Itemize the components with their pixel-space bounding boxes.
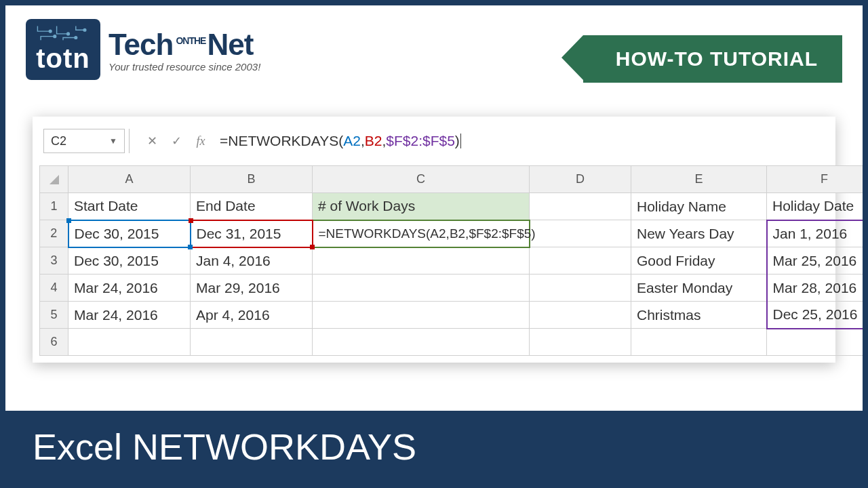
- cell-c5[interactable]: [313, 302, 530, 329]
- cell-a5[interactable]: Mar 24, 2016: [68, 302, 191, 329]
- cell-d6[interactable]: [530, 329, 631, 356]
- ribbon-label: HOW-TO TUTORIAL: [583, 35, 842, 83]
- cancel-icon[interactable]: ✕: [140, 129, 164, 153]
- cell-f5[interactable]: Dec 25, 2016: [767, 302, 869, 329]
- cell-f4[interactable]: Mar 28, 2016: [767, 274, 869, 302]
- grid[interactable]: A B C D E F 1 Start Date End Date # of W…: [39, 165, 868, 356]
- formula-prefix: =NETWORKDAYS(: [220, 133, 343, 149]
- cell-b1[interactable]: End Date: [191, 193, 313, 220]
- formula-bar: C2 ▼ ✕ ✓ fx =NETWORKDAYS(A2,B2,$F$2:$F$5…: [39, 129, 829, 153]
- brand-part-net: Net: [207, 28, 253, 61]
- row-header-5[interactable]: 5: [40, 302, 68, 329]
- cell-e5[interactable]: Christmas: [631, 302, 767, 329]
- col-header-b[interactable]: B: [191, 166, 313, 193]
- formula-ref-f: $F$2:$F$5: [386, 133, 455, 149]
- cell-e4[interactable]: Easter Monday: [631, 274, 767, 302]
- cell-a4[interactable]: Mar 24, 2016: [68, 274, 191, 302]
- cell-b3[interactable]: Jan 4, 2016: [191, 247, 313, 274]
- svg-point-0: [49, 30, 52, 33]
- brand-title: TechONTHENet: [108, 30, 260, 60]
- cell-f2[interactable]: Jan 1, 2016: [767, 220, 869, 247]
- cell-c1[interactable]: # of Work Days: [313, 193, 530, 220]
- select-all-corner[interactable]: [40, 166, 68, 193]
- cell-a1[interactable]: Start Date: [68, 193, 191, 220]
- footer-title: Excel NETWORKDAYS: [5, 411, 863, 483]
- brand-part-tech: Tech: [108, 28, 173, 61]
- row-header-1[interactable]: 1: [40, 193, 68, 220]
- formula-ref-b: B2: [365, 133, 382, 149]
- cell-a6[interactable]: [68, 329, 191, 356]
- spreadsheet: C2 ▼ ✕ ✓ fx =NETWORKDAYS(A2,B2,$F$2:$F$5…: [33, 117, 835, 363]
- formula-ref-a: A2: [343, 133, 361, 149]
- cell-c2[interactable]: =NETWORKDAYS(A2,B2,$F$2:$F$5): [313, 220, 530, 247]
- svg-point-2: [83, 28, 86, 31]
- cell-c4[interactable]: [313, 274, 530, 302]
- formula-input[interactable]: =NETWORKDAYS(A2,B2,$F$2:$F$5): [213, 129, 825, 153]
- row-header-3[interactable]: 3: [40, 247, 68, 274]
- tagline: Your trusted resource since 2003!: [108, 61, 260, 73]
- fx-icon[interactable]: fx: [189, 129, 213, 153]
- brand-part-on: ON: [176, 36, 189, 45]
- circuit-icon: [31, 24, 95, 41]
- cell-f1[interactable]: Holiday Date: [767, 193, 869, 220]
- ribbon: HOW-TO TUTORIAL: [583, 35, 842, 83]
- cell-e1[interactable]: Holiday Name: [631, 193, 767, 220]
- cell-b2[interactable]: Dec 31, 2015: [191, 220, 313, 247]
- col-header-d[interactable]: D: [530, 166, 631, 193]
- cell-b6[interactable]: [191, 329, 313, 356]
- cell-d4[interactable]: [530, 274, 631, 302]
- cell-c6[interactable]: [313, 329, 530, 356]
- cell-b5[interactable]: Apr 4, 2016: [191, 302, 313, 329]
- cell-e3[interactable]: Good Friday: [631, 247, 767, 274]
- cell-d3[interactable]: [530, 247, 631, 274]
- col-header-e[interactable]: E: [631, 166, 767, 193]
- col-header-f[interactable]: F: [767, 166, 869, 193]
- header: totn TechONTHENet Your trusted resource …: [5, 5, 863, 89]
- logo-text: totn: [36, 43, 90, 74]
- svg-point-3: [54, 35, 56, 38]
- brand: TechONTHENet Your trusted resource since…: [108, 19, 260, 73]
- logo-box: totn: [26, 19, 100, 80]
- cell-d2[interactable]: [530, 220, 631, 247]
- dropdown-icon[interactable]: ▼: [109, 136, 117, 146]
- cell-c3[interactable]: [313, 247, 530, 274]
- cell-d1[interactable]: [530, 193, 631, 220]
- row-header-6[interactable]: 6: [40, 329, 68, 356]
- row-header-4[interactable]: 4: [40, 274, 68, 302]
- cell-b4[interactable]: Mar 29, 2016: [191, 274, 313, 302]
- cell-f6[interactable]: [767, 329, 869, 356]
- logo-group: totn TechONTHENet Your trusted resource …: [26, 19, 260, 80]
- col-header-a[interactable]: A: [68, 166, 191, 193]
- row-header-2[interactable]: 2: [40, 220, 68, 247]
- cell-d5[interactable]: [530, 302, 631, 329]
- cell-a2[interactable]: Dec 30, 2015: [68, 220, 191, 247]
- col-header-c[interactable]: C: [313, 166, 530, 193]
- name-box[interactable]: C2 ▼: [43, 129, 125, 153]
- formula-close: ): [455, 133, 460, 149]
- cell-e2[interactable]: New Years Day: [631, 220, 767, 247]
- cell-f3[interactable]: Mar 25, 2016: [767, 247, 869, 274]
- enter-icon[interactable]: ✓: [164, 129, 189, 153]
- brand-part-the: THE: [189, 36, 205, 45]
- svg-point-1: [67, 33, 70, 35]
- name-box-value: C2: [51, 134, 66, 148]
- svg-point-4: [75, 37, 77, 39]
- cell-a3[interactable]: Dec 30, 2015: [68, 247, 191, 274]
- cell-e6[interactable]: [631, 329, 767, 356]
